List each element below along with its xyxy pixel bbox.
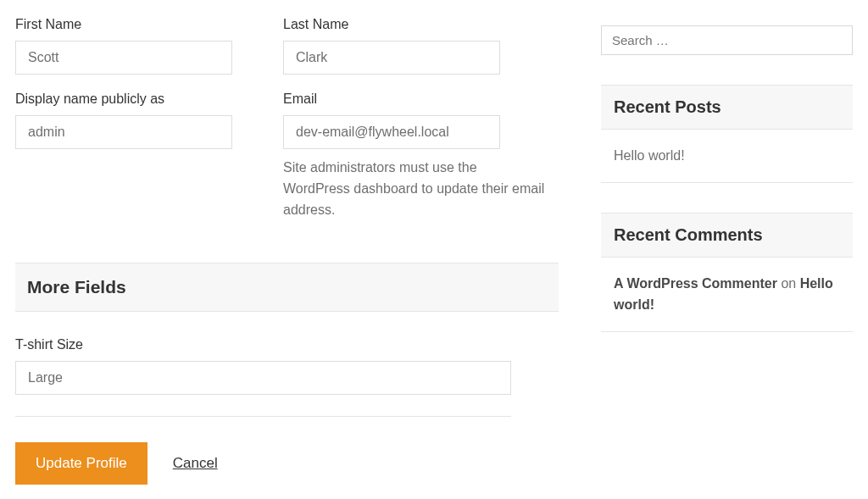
last-name-input[interactable] <box>283 41 500 75</box>
recent-comments-heading: Recent Comments <box>614 225 840 245</box>
last-name-label: Last Name <box>283 17 500 32</box>
email-label: Email <box>283 91 546 107</box>
comment-author-link[interactable]: A WordPress Commenter <box>614 276 777 291</box>
first-name-input[interactable] <box>15 41 232 75</box>
cancel-link[interactable]: Cancel <box>173 455 218 472</box>
profile-form: First Name Last Name Display name public… <box>15 17 559 485</box>
form-divider <box>15 416 511 417</box>
comment-on-text: on <box>781 276 796 291</box>
first-name-label: First Name <box>15 17 232 32</box>
recent-post-link[interactable]: Hello world! <box>614 148 685 163</box>
sidebar: Recent Posts Hello world! Recent Comment… <box>601 17 853 485</box>
search-input[interactable] <box>601 25 853 55</box>
display-name-input[interactable] <box>15 115 232 149</box>
recent-posts-heading: Recent Posts <box>614 97 840 117</box>
update-profile-button[interactable]: Update Profile <box>15 442 147 485</box>
email-help-text: Site administrators must use the WordPre… <box>283 158 546 220</box>
recent-posts-widget: Recent Posts Hello world! <box>601 85 853 183</box>
recent-comments-widget: Recent Comments A WordPress Commenter on… <box>601 213 853 332</box>
email-input[interactable] <box>283 115 500 149</box>
display-name-label: Display name publicly as <box>15 91 232 107</box>
more-fields-heading: More Fields <box>15 263 559 312</box>
tshirt-size-input[interactable] <box>15 361 511 395</box>
tshirt-size-label: T-shirt Size <box>15 337 559 352</box>
